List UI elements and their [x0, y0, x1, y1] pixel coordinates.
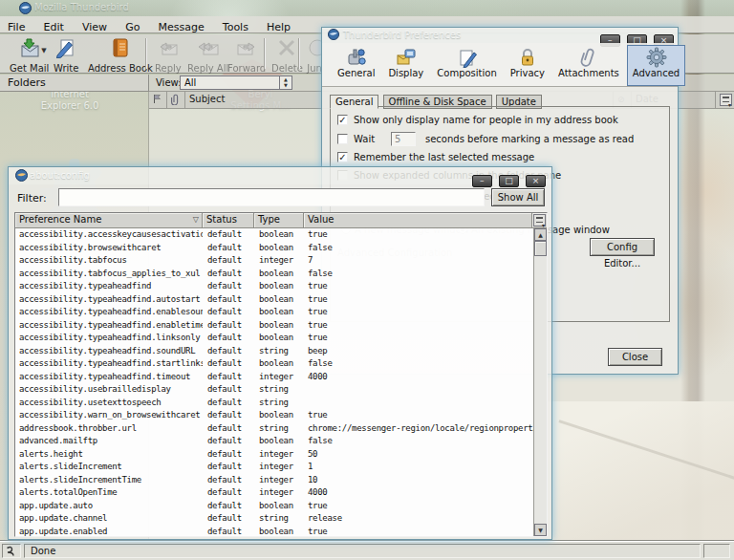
column-header-status[interactable]: Status	[203, 213, 254, 227]
table-row[interactable]: accessibility.typeaheadfind.enabletimeou…	[15, 319, 533, 333]
cell-type: string	[254, 512, 304, 526]
menu-edit[interactable]: Edit	[44, 21, 64, 33]
table-row[interactable]: alerts.slideIncrementTimedefaultinteger1…	[15, 474, 533, 487]
reply-label: Reply	[155, 63, 182, 74]
column-header-type[interactable]: Type	[254, 213, 304, 227]
menu-message[interactable]: Message	[158, 21, 204, 33]
menu-help[interactable]: Help	[267, 21, 291, 33]
table-row[interactable]: accessibility.accesskeycausesactivationd…	[15, 228, 533, 242]
toolbar-separator	[264, 38, 265, 69]
preferences-close-button[interactable]: Close	[608, 348, 662, 366]
table-row[interactable]: app.update.channeldefaultstringrelease	[15, 512, 533, 526]
wait-seconds-field[interactable]: 5	[391, 132, 416, 146]
close-button[interactable]: ×	[526, 175, 546, 187]
config-title-bar[interactable]: about:config – □ ×	[9, 167, 551, 184]
cell-name: accessibility.typeaheadfind	[15, 280, 203, 293]
vertical-scrollbar[interactable]: ▲ ▼	[533, 228, 547, 536]
cell-value: beep	[304, 345, 533, 358]
category-attachments[interactable]: Attachments	[552, 45, 625, 86]
offline-indicator[interactable]	[2, 544, 21, 558]
category-label: Attachments	[558, 68, 619, 78]
attachment-column-header[interactable]	[167, 92, 185, 108]
table-row[interactable]: app.update.autodefaultbooleantrue	[15, 500, 533, 513]
config-editor-button[interactable]: Config Editor...	[590, 238, 655, 256]
view-dropdown-spinner-icon[interactable]: ▲▼	[279, 76, 291, 89]
scroll-up-icon[interactable]: ▲	[534, 228, 547, 241]
checkbox[interactable]	[337, 152, 348, 162]
table-row[interactable]: accessibility.typeaheadfind.startlinkson…	[15, 357, 533, 371]
category-advanced[interactable]: Advanced	[627, 45, 685, 86]
filter-input[interactable]	[58, 188, 485, 206]
config-window-title: about:config	[30, 170, 90, 181]
show-all-button[interactable]: Show All	[491, 188, 545, 206]
cell-status: default	[203, 254, 254, 268]
table-row[interactable]: accessibility.tabfocus_applies_to_xuldef…	[15, 268, 533, 281]
forward-button[interactable]: Forward	[224, 36, 270, 75]
table-row[interactable]: alerts.slideIncrementdefaultinteger1	[15, 461, 533, 474]
delete-icon	[275, 37, 298, 62]
get-mail-dropdown-arrow[interactable]: ▼	[41, 47, 46, 54]
cell-type: boolean	[254, 526, 304, 537]
flag-icon	[153, 94, 162, 104]
table-row[interactable]: accessibility.warn_on_browsewithcaretdef…	[15, 409, 533, 422]
table-row[interactable]: addressbook.throbber.urldefaultstringchr…	[15, 422, 533, 436]
table-row[interactable]: app.update.enableddefaultbooleantrue	[15, 526, 533, 537]
column-header-preference-name[interactable]: Preference Name ▽	[15, 213, 203, 227]
scroll-down-icon[interactable]: ▼	[534, 524, 547, 536]
table-row[interactable]: accessibility.typeaheadfind.enablesoundd…	[15, 306, 533, 319]
cell-value: true	[304, 332, 533, 345]
preferences-category-bar: General Display Composition Privacy Atta…	[322, 43, 678, 87]
table-row[interactable]: accessibility.usebrailledisplaydefaultst…	[15, 383, 533, 397]
table-row[interactable]: accessibility.usetexttospeechdefaultstri…	[15, 397, 533, 410]
table-row[interactable]: accessibility.typeaheadfind.linksonlydef…	[15, 332, 533, 345]
category-privacy[interactable]: Privacy	[505, 45, 550, 86]
menu-view[interactable]: View	[82, 21, 107, 33]
category-general[interactable]: General	[332, 45, 380, 86]
cell-name: accessibility.accesskeycausesactivation	[15, 228, 203, 242]
table-row[interactable]: accessibility.tabfocusdefaultinteger7	[15, 254, 533, 268]
table-row[interactable]: alerts.totalOpenTimedefaultinteger4000	[15, 486, 533, 500]
menu-file[interactable]: File	[8, 21, 25, 33]
cell-type: boolean	[254, 409, 304, 422]
column-picker-icon[interactable]	[720, 94, 732, 106]
cell-name: advanced.mailftp	[15, 435, 203, 448]
menu-tools[interactable]: Tools	[223, 21, 248, 33]
reply-icon	[157, 37, 180, 62]
preferences-title-bar[interactable]: Thunderbird Preferences – □ ×	[322, 28, 678, 43]
category-composition[interactable]: Composition	[431, 45, 502, 86]
minimize-button[interactable]: –	[472, 175, 492, 187]
table-row[interactable]: advanced.mailftpdefaultbooleanfalse	[15, 435, 533, 448]
category-display[interactable]: Display	[382, 45, 429, 86]
scrollbar-thumb[interactable]	[534, 241, 547, 256]
cell-type: integer	[254, 254, 304, 268]
cell-type: integer	[254, 371, 304, 384]
delete-button[interactable]: Delete	[268, 36, 307, 75]
write-button[interactable]: Write	[50, 36, 82, 75]
table-row[interactable]: accessibility.browsewithcaretdefaultbool…	[15, 242, 533, 255]
subject-column-label: Subject	[189, 94, 225, 104]
column-header-value[interactable]: Value	[304, 213, 532, 227]
general-icon	[346, 47, 367, 68]
flag-column-header[interactable]	[149, 92, 167, 108]
table-row[interactable]: accessibility.typeaheadfind.soundURLdefa…	[15, 345, 533, 358]
view-dropdown[interactable]: All ▲▼	[180, 75, 292, 90]
reply-button[interactable]: Reply	[151, 36, 185, 75]
main-title-bar[interactable]: Mozilla Thunderbird	[0, 0, 734, 16]
get-mail-button[interactable]: ▼ Get Mail	[6, 36, 53, 75]
cell-value	[304, 397, 533, 410]
checkbox[interactable]	[337, 134, 348, 144]
cell-type: boolean	[254, 228, 304, 242]
resize-grip[interactable]	[703, 544, 730, 558]
maximize-button[interactable]: □	[499, 175, 519, 187]
tab-general[interactable]: General	[330, 95, 378, 109]
menu-go[interactable]: Go	[125, 21, 140, 33]
cell-type: string	[254, 345, 304, 358]
table-row[interactable]: accessibility.typeaheadfind.autostartdef…	[15, 293, 533, 307]
table-row[interactable]: accessibility.typeaheadfind.timeoutdefau…	[15, 371, 533, 384]
column-picker-icon[interactable]	[533, 214, 546, 226]
table-row[interactable]: accessibility.typeaheadfinddefaultboolea…	[15, 280, 533, 293]
checkbox[interactable]	[337, 115, 348, 125]
cell-value	[304, 383, 533, 397]
cell-type: boolean	[254, 306, 304, 319]
table-row[interactable]: alerts.heightdefaultinteger50	[15, 448, 533, 462]
